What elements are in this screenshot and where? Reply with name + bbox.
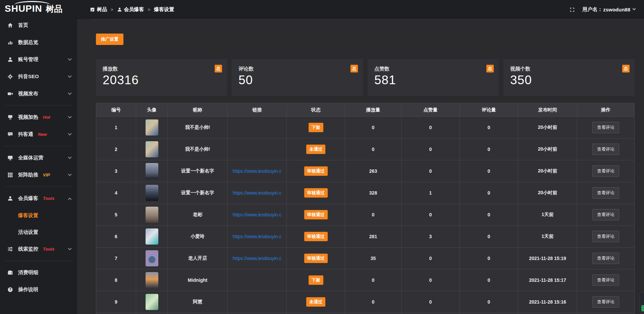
stat-card-value: 350 <box>510 73 629 87</box>
cell-status: 未通过 <box>287 139 345 160</box>
view-comments-button[interactable]: 查看评论 <box>592 296 619 308</box>
total-badge: 总 <box>622 65 630 72</box>
video-link[interactable]: https://www.iesdouyin.c <box>233 212 282 217</box>
table-row: 7 老人开店 https://www.iesdouyin.c 审核通过 35 0… <box>96 248 634 269</box>
view-comments-button[interactable]: 查看评论 <box>592 253 619 264</box>
cell-nickname: 小爱玲 <box>168 226 228 248</box>
cell-status: 下架 <box>287 269 345 291</box>
breadcrumb-item[interactable]: 会员爆客 <box>117 6 144 13</box>
video-link[interactable]: https://www.iesdouyin.c <box>233 190 282 196</box>
cell-status: 审核通过 <box>287 204 345 226</box>
sidebar-item[interactable]: 全媒体运营 <box>0 149 77 166</box>
sidebar-item[interactable]: 抖音SEO <box>0 68 77 85</box>
sidebar-item-label: 会员爆客 <box>18 195 38 202</box>
video-icon <box>7 91 13 97</box>
cell-comments: 0 <box>460 182 518 204</box>
sidebar-item[interactable]: 会员爆客Tools <box>0 190 77 207</box>
cell-avatar <box>136 182 168 204</box>
cell-nickname: 设置一个新名字 <box>168 160 228 182</box>
cell-nickname: Midnight <box>168 269 228 291</box>
avatar <box>146 272 158 288</box>
sidebar-item[interactable]: 账号管理 <box>0 51 77 68</box>
cell-time: 2021-11-28 15:16 <box>518 291 577 313</box>
video-link[interactable]: https://www.iesdouyin.c <box>233 234 282 239</box>
view-comments-button[interactable]: 查看评论 <box>592 274 619 286</box>
view-comments-button[interactable]: 查看评论 <box>592 209 619 220</box>
cell-plays: 328 <box>345 182 401 204</box>
table-row: 2 我不是小帅! 未通过 0 0 0 20小时前 查看评论 <box>96 139 634 160</box>
sidebar-subitem[interactable]: 爆客设置 <box>0 207 77 224</box>
avatar <box>146 207 158 223</box>
cell-comments: 0 <box>460 248 518 269</box>
chevron-down-icon <box>68 57 71 60</box>
sidebar-item[interactable]: 消费明细 <box>0 264 77 281</box>
cell-action: 查看评论 <box>577 291 634 313</box>
video-link[interactable]: https://www.iesdouyin.c <box>233 256 282 261</box>
view-comments-button[interactable]: 查看评论 <box>592 144 619 155</box>
cell-num: 6 <box>96 226 136 248</box>
column-header: 头像 <box>136 103 168 117</box>
status-badge: 审核通过 <box>304 254 328 263</box>
cell-avatar <box>136 139 168 160</box>
cell-link: https://www.iesdouyin.c <box>228 226 287 248</box>
cell-likes: 1 <box>401 182 460 204</box>
table-body: 1 我不是小帅! 下架 0 0 0 20小时前 查看评论 2 我不是小帅! 未通… <box>96 117 634 314</box>
logo-text-cn: 树品 <box>46 4 62 13</box>
promotion-settings-button[interactable]: 推广设置 <box>96 34 123 45</box>
sidebar-item[interactable]: 视频加热Hot <box>0 109 77 126</box>
cell-plays: 0 <box>345 117 401 139</box>
breadcrumb-separator: > <box>148 7 151 12</box>
user-icon <box>7 57 13 62</box>
stat-card-label: 播放数 <box>103 66 221 72</box>
cell-nickname: 我不是小帅! <box>168 117 228 139</box>
video-link[interactable]: https://www.iesdouyin.c <box>233 168 282 174</box>
sidebar-item[interactable]: 矩阵助推VIP <box>0 166 77 184</box>
sidebar-subitem[interactable]: 活动设置 <box>0 224 77 241</box>
sidebar-item[interactable]: 数据总览 <box>0 34 77 51</box>
topbar-right: 用户名：zswodun88 <box>570 6 635 13</box>
table-row: 9 阿慧 未通过 0 0 0 2021-11-28 15:16 查看评论 <box>96 291 634 313</box>
cell-avatar <box>136 269 168 291</box>
column-header: 编号 <box>96 103 136 117</box>
cell-num: 8 <box>96 269 136 291</box>
sidebar-item[interactable]: 抖客通New <box>0 126 77 143</box>
column-header: 昵称 <box>168 103 228 117</box>
view-comments-button[interactable]: 查看评论 <box>592 231 619 242</box>
cell-nickname: 设置一个新名字 <box>168 182 228 204</box>
fullscreen-icon[interactable] <box>570 7 575 12</box>
sidebar-item[interactable]: 视频发布 <box>0 85 77 102</box>
user-menu[interactable]: 用户名：zswodun88 <box>582 6 635 13</box>
member-icon <box>7 196 13 201</box>
sidebar-item[interactable]: 线索监控Tools <box>0 241 77 258</box>
username-label: 用户名： <box>582 6 602 13</box>
sidebar-item[interactable]: ?操作说明 <box>0 281 77 298</box>
table-row: 1 我不是小帅! 下架 0 0 0 20小时前 查看评论 <box>96 117 634 139</box>
status-badge: 未通过 <box>306 297 325 307</box>
view-comments-button[interactable]: 查看评论 <box>592 187 619 199</box>
cell-time: 20小时前 <box>518 182 577 204</box>
breadcrumb-item[interactable]: 爆客设置 <box>154 6 174 13</box>
breadcrumb-item[interactable]: 树品 <box>90 6 107 13</box>
view-comments-button[interactable]: 查看评论 <box>592 165 619 177</box>
cell-link <box>228 269 287 291</box>
sidebar-item[interactable]: 首页 <box>0 17 77 34</box>
chart-icon <box>7 40 13 45</box>
breadcrumb-label: 会员爆客 <box>124 6 144 13</box>
cell-action: 查看评论 <box>577 182 634 204</box>
view-comments-button[interactable]: 查看评论 <box>592 122 619 133</box>
status-badge: 审核通过 <box>304 232 328 241</box>
chevron-down-icon <box>68 132 71 135</box>
username-value: zswodun88 <box>603 7 630 12</box>
cell-action: 查看评论 <box>577 160 634 182</box>
chevron-up-icon <box>68 198 71 201</box>
chevron-down-icon <box>68 246 71 250</box>
stat-card-label: 点赞数 <box>374 66 493 72</box>
cell-avatar <box>136 248 168 269</box>
cell-likes: 0 <box>401 139 460 160</box>
stat-cards: 播放数 20316 总 评论数 50 总 点赞数 581 总 视频个数 350 … <box>96 59 635 96</box>
status-badge: 下架 <box>309 275 323 285</box>
stat-card-value: 20316 <box>103 73 221 87</box>
floating-widget[interactable] <box>640 292 644 313</box>
home-icon <box>7 22 13 28</box>
table-row: 6 小爱玲 https://www.iesdouyin.c 审核通过 281 3… <box>96 226 634 248</box>
